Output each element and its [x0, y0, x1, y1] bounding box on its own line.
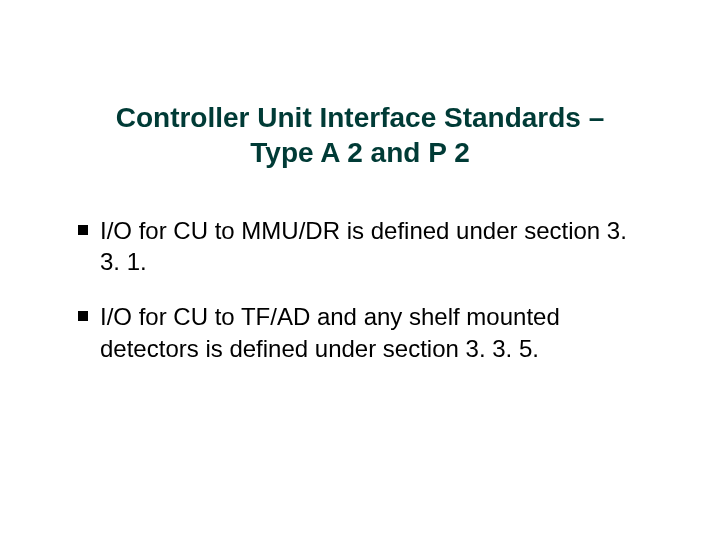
- slide: Controller Unit Interface Standards – Ty…: [0, 0, 720, 540]
- bullet-text: I/O for CU to MMU/DR is defined under se…: [100, 215, 650, 277]
- title-line-1: Controller Unit Interface Standards –: [116, 102, 605, 133]
- bullet-square-icon: [78, 225, 88, 235]
- bullet-square-icon: [78, 311, 88, 321]
- list-item: I/O for CU to TF/AD and any shelf mounte…: [78, 301, 650, 363]
- slide-body: I/O for CU to MMU/DR is defined under se…: [78, 215, 650, 388]
- bullet-text: I/O for CU to TF/AD and any shelf mounte…: [100, 301, 650, 363]
- list-item: I/O for CU to MMU/DR is defined under se…: [78, 215, 650, 277]
- slide-title: Controller Unit Interface Standards – Ty…: [70, 100, 650, 170]
- title-line-2: Type A 2 and P 2: [250, 137, 469, 168]
